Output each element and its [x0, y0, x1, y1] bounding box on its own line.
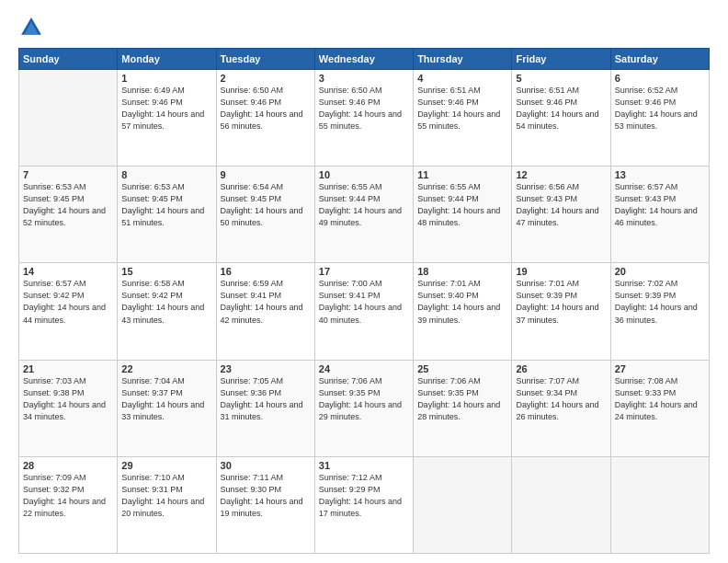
day-number: 8 [121, 169, 211, 180]
cell-info: Sunrise: 6:52 AM Sunset: 9:46 PM Dayligh… [615, 85, 705, 132]
cell-info: Sunrise: 7:00 AM Sunset: 9:41 PM Dayligh… [319, 278, 409, 326]
cell-info: Sunrise: 6:59 AM Sunset: 9:41 PM Dayligh… [221, 278, 311, 326]
day-number: 3 [319, 73, 409, 84]
day-number: 9 [221, 169, 311, 180]
calendar-cell: 23Sunrise: 7:05 AM Sunset: 9:36 PM Dayli… [216, 360, 314, 456]
cell-info: Sunrise: 7:12 AM Sunset: 9:29 PM Dayligh… [319, 472, 409, 520]
calendar-cell: 14Sunrise: 6:57 AM Sunset: 9:42 PM Dayli… [19, 263, 118, 360]
day-number: 19 [516, 266, 606, 277]
cell-info: Sunrise: 7:11 AM Sunset: 9:30 PM Dayligh… [221, 472, 311, 520]
day-header-tuesday: Tuesday [216, 49, 314, 70]
calendar-week-1: 7Sunrise: 6:53 AM Sunset: 9:45 PM Daylig… [19, 167, 710, 263]
day-number: 5 [516, 73, 606, 84]
day-number: 28 [23, 460, 113, 471]
cell-info: Sunrise: 6:49 AM Sunset: 9:46 PM Dayligh… [121, 85, 211, 132]
cell-info: Sunrise: 7:08 AM Sunset: 9:33 PM Dayligh… [615, 375, 705, 423]
day-number: 7 [23, 169, 113, 180]
calendar-cell: 26Sunrise: 7:07 AM Sunset: 9:34 PM Dayli… [512, 360, 610, 456]
day-number: 15 [121, 266, 211, 277]
cell-info: Sunrise: 7:01 AM Sunset: 9:40 PM Dayligh… [417, 278, 507, 326]
day-number: 23 [221, 363, 311, 374]
cell-info: Sunrise: 6:53 AM Sunset: 9:45 PM Dayligh… [23, 181, 113, 229]
day-header-sunday: Sunday [19, 49, 118, 70]
calendar-cell: 22Sunrise: 7:04 AM Sunset: 9:37 PM Dayli… [118, 360, 216, 456]
calendar-cell: 24Sunrise: 7:06 AM Sunset: 9:35 PM Dayli… [314, 360, 413, 456]
cell-info: Sunrise: 6:55 AM Sunset: 9:44 PM Dayligh… [319, 181, 409, 229]
day-number: 21 [23, 363, 113, 374]
day-number: 12 [516, 169, 606, 180]
calendar-week-2: 14Sunrise: 6:57 AM Sunset: 9:42 PM Dayli… [19, 263, 710, 360]
logo [18, 15, 48, 40]
cell-info: Sunrise: 7:01 AM Sunset: 9:39 PM Dayligh… [516, 278, 606, 326]
cell-info: Sunrise: 6:55 AM Sunset: 9:44 PM Dayligh… [417, 181, 507, 229]
day-number: 14 [23, 266, 113, 277]
calendar-cell: 10Sunrise: 6:55 AM Sunset: 9:44 PM Dayli… [314, 167, 413, 263]
page: SundayMondayTuesdayWednesdayThursdayFrid… [0, 0, 728, 563]
day-number: 4 [417, 73, 507, 84]
calendar-week-3: 21Sunrise: 7:03 AM Sunset: 9:38 PM Dayli… [19, 360, 710, 456]
calendar-cell: 5Sunrise: 6:51 AM Sunset: 9:46 PM Daylig… [512, 70, 610, 167]
calendar-cell: 17Sunrise: 7:00 AM Sunset: 9:41 PM Dayli… [314, 263, 413, 360]
cell-info: Sunrise: 6:57 AM Sunset: 9:43 PM Dayligh… [615, 181, 705, 229]
calendar-cell: 31Sunrise: 7:12 AM Sunset: 9:29 PM Dayli… [314, 456, 413, 553]
day-number: 31 [319, 460, 409, 471]
day-number: 29 [121, 460, 211, 471]
calendar-cell [610, 456, 709, 553]
day-header-monday: Monday [118, 49, 216, 70]
calendar-cell: 9Sunrise: 6:54 AM Sunset: 9:45 PM Daylig… [216, 167, 314, 263]
header [18, 15, 710, 40]
logo-icon [18, 15, 44, 40]
cell-info: Sunrise: 7:06 AM Sunset: 9:35 PM Dayligh… [417, 375, 507, 423]
day-number: 18 [417, 266, 507, 277]
calendar-cell: 25Sunrise: 7:06 AM Sunset: 9:35 PM Dayli… [414, 360, 512, 456]
calendar-cell: 1Sunrise: 6:49 AM Sunset: 9:46 PM Daylig… [118, 70, 216, 167]
calendar-cell: 19Sunrise: 7:01 AM Sunset: 9:39 PM Dayli… [512, 263, 610, 360]
cell-info: Sunrise: 6:57 AM Sunset: 9:42 PM Dayligh… [23, 278, 113, 326]
cell-info: Sunrise: 7:07 AM Sunset: 9:34 PM Dayligh… [516, 375, 606, 423]
calendar-cell: 8Sunrise: 6:53 AM Sunset: 9:45 PM Daylig… [118, 167, 216, 263]
calendar-cell: 2Sunrise: 6:50 AM Sunset: 9:46 PM Daylig… [216, 70, 314, 167]
cell-info: Sunrise: 6:53 AM Sunset: 9:45 PM Dayligh… [121, 181, 211, 229]
calendar-cell: 29Sunrise: 7:10 AM Sunset: 9:31 PM Dayli… [118, 456, 216, 553]
cell-info: Sunrise: 7:02 AM Sunset: 9:39 PM Dayligh… [615, 278, 705, 326]
day-number: 25 [417, 363, 507, 374]
day-number: 24 [319, 363, 409, 374]
calendar-cell: 11Sunrise: 6:55 AM Sunset: 9:44 PM Dayli… [414, 167, 512, 263]
day-number: 20 [615, 266, 705, 277]
cell-info: Sunrise: 6:54 AM Sunset: 9:45 PM Dayligh… [221, 181, 311, 229]
calendar-cell [414, 456, 512, 553]
day-header-wednesday: Wednesday [314, 49, 413, 70]
cell-info: Sunrise: 7:04 AM Sunset: 9:37 PM Dayligh… [121, 375, 211, 423]
day-number: 17 [319, 266, 409, 277]
cell-info: Sunrise: 6:51 AM Sunset: 9:46 PM Dayligh… [417, 85, 507, 132]
cell-info: Sunrise: 6:50 AM Sunset: 9:46 PM Dayligh… [221, 85, 311, 132]
day-number: 1 [121, 73, 211, 84]
day-number: 22 [121, 363, 211, 374]
calendar-cell: 13Sunrise: 6:57 AM Sunset: 9:43 PM Dayli… [610, 167, 709, 263]
calendar-cell: 4Sunrise: 6:51 AM Sunset: 9:46 PM Daylig… [414, 70, 512, 167]
day-number: 26 [516, 363, 606, 374]
calendar-table: SundayMondayTuesdayWednesdayThursdayFrid… [18, 48, 710, 554]
day-number: 27 [615, 363, 705, 374]
cell-info: Sunrise: 6:51 AM Sunset: 9:46 PM Dayligh… [516, 85, 606, 132]
day-number: 30 [221, 460, 311, 471]
calendar-week-0: 1Sunrise: 6:49 AM Sunset: 9:46 PM Daylig… [19, 70, 710, 167]
calendar-cell [512, 456, 610, 553]
cell-info: Sunrise: 7:09 AM Sunset: 9:32 PM Dayligh… [23, 472, 113, 520]
day-number: 13 [615, 169, 705, 180]
calendar-cell: 30Sunrise: 7:11 AM Sunset: 9:30 PM Dayli… [216, 456, 314, 553]
day-number: 2 [221, 73, 311, 84]
calendar-header-row: SundayMondayTuesdayWednesdayThursdayFrid… [19, 49, 710, 70]
calendar-cell: 21Sunrise: 7:03 AM Sunset: 9:38 PM Dayli… [19, 360, 118, 456]
calendar-cell: 15Sunrise: 6:58 AM Sunset: 9:42 PM Dayli… [118, 263, 216, 360]
day-number: 10 [319, 169, 409, 180]
calendar-week-4: 28Sunrise: 7:09 AM Sunset: 9:32 PM Dayli… [19, 456, 710, 553]
cell-info: Sunrise: 7:10 AM Sunset: 9:31 PM Dayligh… [121, 472, 211, 520]
cell-info: Sunrise: 6:56 AM Sunset: 9:43 PM Dayligh… [516, 181, 606, 229]
calendar-cell: 3Sunrise: 6:50 AM Sunset: 9:46 PM Daylig… [314, 70, 413, 167]
calendar-cell: 16Sunrise: 6:59 AM Sunset: 9:41 PM Dayli… [216, 263, 314, 360]
cell-info: Sunrise: 7:05 AM Sunset: 9:36 PM Dayligh… [221, 375, 311, 423]
day-header-friday: Friday [512, 49, 610, 70]
calendar-cell: 12Sunrise: 6:56 AM Sunset: 9:43 PM Dayli… [512, 167, 610, 263]
cell-info: Sunrise: 7:06 AM Sunset: 9:35 PM Dayligh… [319, 375, 409, 423]
